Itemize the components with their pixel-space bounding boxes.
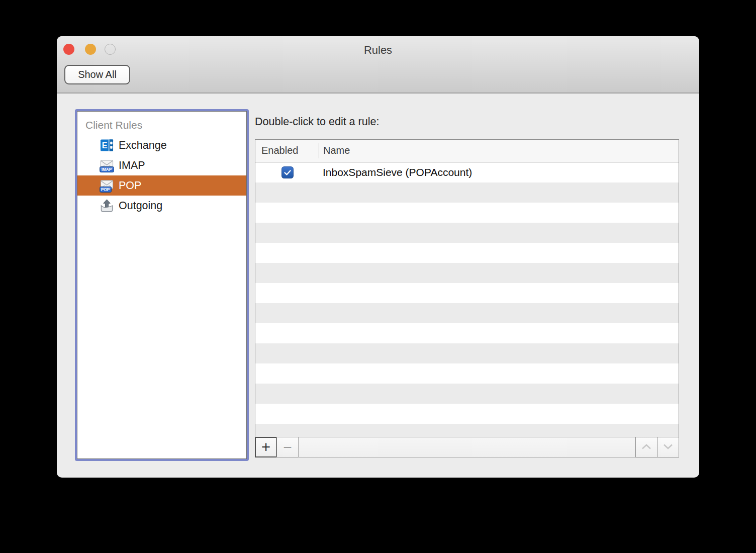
pop-icon: POP [100,178,114,193]
empty-row [255,203,679,223]
sidebar-focus-ring: Client Rules E Exchange IMAP IMAP POP PO… [75,109,249,461]
move-rule-down-button[interactable] [657,437,679,457]
table-header: Enabled Name [255,140,679,162]
empty-row [255,323,679,343]
sidebar-item-pop[interactable]: POP POP [77,175,246,196]
empty-row [255,263,679,283]
sidebar-item-exchange[interactable]: E Exchange [77,135,246,155]
sidebar-item-label: IMAP [119,159,145,172]
rule-sources-list: Client Rules E Exchange IMAP IMAP POP PO… [77,111,247,459]
rule-enabled-checkbox[interactable] [281,166,294,178]
outgoing-icon [100,198,114,213]
chevron-up-icon [641,443,652,452]
empty-row [255,363,679,384]
sidebar-item-label: Exchange [119,139,167,152]
sidebar-item-imap[interactable]: IMAP IMAP [77,155,246,175]
column-header-enabled: Enabled [261,145,298,156]
empty-row [255,283,679,303]
remove-rule-button[interactable]: − [276,437,299,457]
empty-row [255,424,679,437]
svg-text:POP: POP [101,188,110,192]
table-body: InboxSpamSieve (POPAccount) [255,162,679,437]
move-rule-up-button[interactable] [635,437,657,457]
chevron-down-icon [663,443,674,452]
empty-row [255,223,679,243]
column-divider[interactable] [319,143,319,158]
empty-row [255,384,679,404]
rules-table: Enabled Name InboxSpamSieve (POPAccount) [255,139,679,437]
sidebar-item-label: Outgoing [119,200,162,212]
empty-row [255,404,679,424]
rule-name: InboxSpamSieve (POPAccount) [323,166,472,178]
title-bar: Rules Show All [57,36,699,94]
empty-row [255,343,679,363]
window-title: Rules [57,44,699,57]
empty-row [255,243,679,263]
show-all-button[interactable]: Show All [64,65,130,84]
svg-text:E: E [102,141,108,150]
sidebar-item-label: POP [119,179,141,192]
sidebar-list: E Exchange IMAP IMAP POP POP Outgoing [77,135,246,216]
svg-text:IMAP: IMAP [102,167,112,172]
add-rule-button[interactable]: + [255,437,277,457]
empty-row [255,182,679,203]
empty-row [255,303,679,323]
table-footer-controls: + − [255,437,679,457]
exchange-icon: E [100,138,114,153]
sidebar-item-outgoing[interactable]: Outgoing [77,196,246,216]
show-all-label: Show All [78,69,117,80]
imap-icon: IMAP [100,158,114,173]
client-rules-group-label: Client Rules [85,119,246,132]
instruction-label: Double-click to edit a rule: [255,116,379,128]
checkmark-icon [284,170,291,175]
footer-spacer [298,437,636,457]
rule-row[interactable]: InboxSpamSieve (POPAccount) [255,162,679,182]
column-header-name: Name [323,145,350,156]
rules-window: Rules Show All Client Rules E Exchange I… [57,36,699,478]
